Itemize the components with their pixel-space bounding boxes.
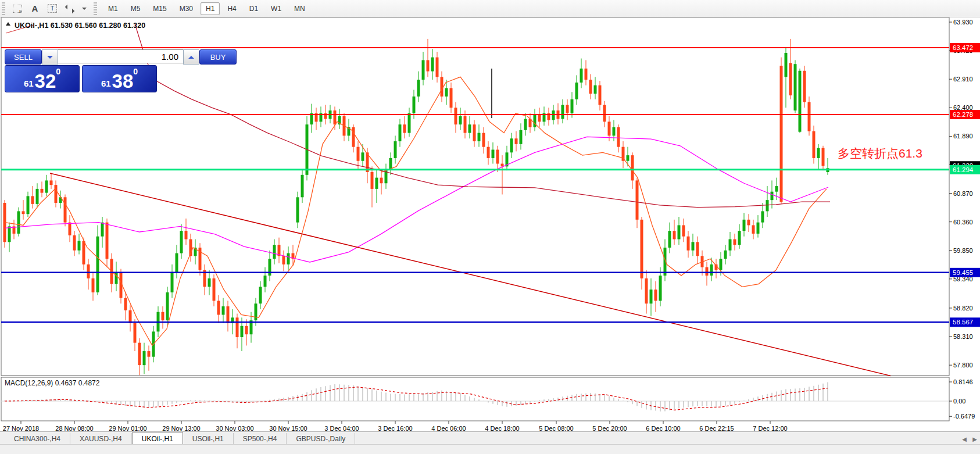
macd-label: MACD(12,26,9) 0.4637 0.4872	[5, 379, 100, 387]
svg-text:63.472: 63.472	[953, 44, 973, 51]
tab-gbpusddaily[interactable]: GBPUSD-,Daily	[287, 433, 355, 445]
svg-text:6 Dec 10:00: 6 Dec 10:00	[646, 425, 680, 431]
chevron-down-icon[interactable]	[80, 2, 88, 16]
volume-input[interactable]	[58, 49, 183, 63]
timeframe-button-m15[interactable]: M15	[148, 2, 171, 15]
svg-text:29 Nov 01:00: 29 Nov 01:00	[109, 425, 146, 431]
chart-tab-bar: CHINA300-,H4XAUUSD-,H4UKOil-,H1USOil-,H1…	[0, 431, 980, 445]
volume-decrease-button[interactable]	[42, 49, 58, 65]
font-a-icon[interactable]: A	[27, 2, 42, 16]
buy-price-sup: 0	[133, 67, 138, 76]
tab-sp500h4[interactable]: SP500-,H4	[234, 433, 287, 445]
sell-price-small: 61	[24, 78, 34, 88]
timeframe-button-m5[interactable]: M5	[126, 2, 146, 15]
svg-text:58.310: 58.310	[953, 333, 973, 340]
buy-button[interactable]: BUY	[199, 49, 237, 65]
buy-price-panel[interactable]: 61 38 0	[82, 65, 157, 92]
volume-increase-button[interactable]	[183, 49, 199, 65]
chart-window: 63.93063.42062.91062.40061.89061.38060.8…	[0, 17, 980, 431]
svg-text:60.870: 60.870	[953, 190, 973, 197]
svg-text:7 Dec 12:00: 7 Dec 12:00	[753, 425, 787, 431]
tab-usoilh1[interactable]: USOil-,H1	[183, 433, 234, 445]
svg-text:30 Nov 03:00: 30 Nov 03:00	[216, 425, 253, 431]
svg-text:59.455: 59.455	[953, 269, 973, 276]
timeframe-group: M1M5M15M30H1H4D1W1MN	[102, 2, 312, 15]
tab-china300h4[interactable]: CHINA300-,H4	[5, 433, 70, 445]
svg-text:29 Nov 13:00: 29 Nov 13:00	[162, 425, 200, 431]
tab-scroll-left[interactable]: ◀	[959, 436, 970, 445]
svg-text:4 Dec 18:00: 4 Dec 18:00	[485, 425, 519, 431]
symbol-header: UKOil-,H1 61.530 61.560 61.280 61.320	[15, 22, 145, 30]
svg-text:27 Nov 2018: 27 Nov 2018	[3, 425, 39, 431]
tab-xauusdh4[interactable]: XAUUSD-,H4	[70, 433, 132, 445]
toolbar-separator	[94, 2, 97, 15]
svg-text:61.294: 61.294	[953, 166, 974, 173]
svg-text:6 Dec 22:15: 6 Dec 22:15	[699, 425, 734, 431]
timeframe-button-d1[interactable]: D1	[244, 2, 263, 15]
svg-text:58.820: 58.820	[953, 305, 973, 312]
svg-text:3 Dec 04:00: 3 Dec 04:00	[324, 425, 359, 431]
svg-text:61.890: 61.890	[953, 133, 973, 140]
svg-text:0.8146: 0.8146	[953, 378, 973, 385]
timeframe-button-w1[interactable]: W1	[266, 2, 287, 15]
svg-text:59.850: 59.850	[953, 247, 973, 254]
timeframe-button-m30[interactable]: M30	[174, 2, 198, 15]
chart-annotation: 多空转折点61.3	[838, 146, 922, 160]
timeframe-button-h1[interactable]: H1	[201, 2, 220, 15]
tab-ukoilh1[interactable]: UKOil-,H1	[132, 432, 183, 445]
buy-price-small: 61	[101, 78, 111, 88]
svg-text:60.360: 60.360	[953, 219, 973, 226]
chart-grid-icon[interactable]: F	[10, 2, 25, 16]
svg-text:4 Dec 06:00: 4 Dec 06:00	[431, 425, 466, 431]
buy-price-big: 38	[112, 73, 134, 90]
timeframe-button-mn[interactable]: MN	[289, 2, 310, 15]
svg-text:57.800: 57.800	[953, 362, 973, 369]
sell-price-sup: 0	[56, 67, 60, 76]
svg-text:30 Nov 15:00: 30 Nov 15:00	[269, 425, 307, 431]
timeframe-button-m1[interactable]: M1	[103, 2, 123, 15]
toolbar-drag-handle[interactable]	[2, 2, 5, 15]
one-click-trade-panel: SELL BUY 61 32 0 61 38 0	[5, 49, 157, 92]
cursor-tools-icon[interactable]	[62, 2, 77, 16]
svg-text:0.00: 0.00	[953, 398, 965, 405]
svg-text:-0.6479: -0.6479	[953, 413, 975, 420]
svg-text:63.930: 63.930	[953, 19, 973, 26]
toolbar: F A T M1M5M15M30H1H4D1W1MN	[0, 0, 980, 17]
svg-text:62.910: 62.910	[953, 76, 973, 83]
timeframe-button-h4[interactable]: H4	[222, 2, 241, 15]
tab-scroll-right[interactable]: ▶	[970, 436, 980, 445]
svg-text:5 Dec 20:00: 5 Dec 20:00	[592, 425, 627, 431]
status-bar	[0, 444, 980, 454]
svg-text:58.567: 58.567	[953, 319, 973, 326]
svg-text:62.278: 62.278	[953, 111, 973, 118]
mt4-terminal: F A T M1M5M15M30H1H4D1W1MN 63.93063.4206…	[0, 0, 980, 454]
svg-text:28 Nov 08:00: 28 Nov 08:00	[55, 425, 93, 431]
text-label-icon[interactable]: T	[45, 2, 60, 16]
sell-price-panel[interactable]: 61 32 0	[5, 65, 80, 92]
svg-text:3 Dec 16:00: 3 Dec 16:00	[378, 425, 412, 431]
sell-button[interactable]: SELL	[5, 49, 42, 65]
svg-text:5 Dec 08:00: 5 Dec 08:00	[539, 425, 573, 431]
sell-price-big: 32	[35, 73, 56, 90]
